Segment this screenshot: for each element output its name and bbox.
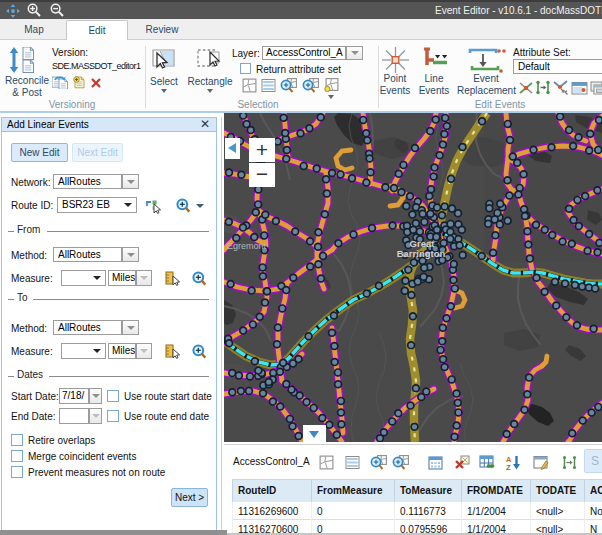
svg-text:Barrington: Barrington — [397, 248, 446, 259]
svg-text:Z: Z — [506, 463, 511, 471]
svg-text:Egremont: Egremont — [227, 241, 267, 251]
